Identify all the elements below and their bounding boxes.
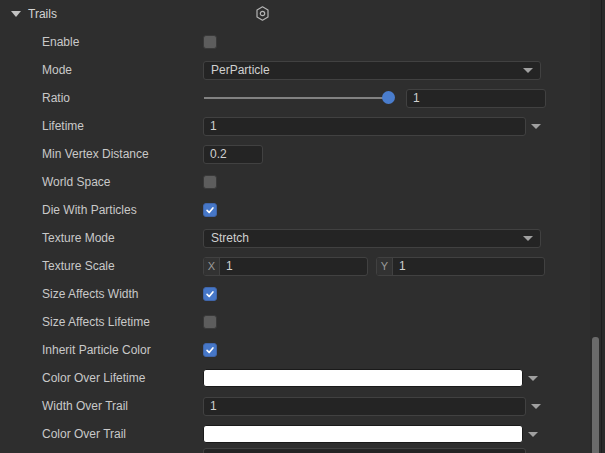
texture-scale-x-value[interactable]: 1 xyxy=(220,258,367,275)
size-affects-width-checkbox[interactable] xyxy=(203,287,217,301)
ratio-value: 1 xyxy=(413,91,420,105)
lifetime-value: 1 xyxy=(210,119,217,133)
width-over-trail-field[interactable]: 1 xyxy=(203,397,526,416)
trails-properties: Enable Mode PerParticle Ratio xyxy=(0,28,605,453)
mode-label: Mode xyxy=(0,63,203,77)
min-vertex-distance-label: Min Vertex Distance xyxy=(0,147,203,161)
row-color-over-lifetime: Color Over Lifetime xyxy=(0,364,605,392)
texture-scale-label: Texture Scale xyxy=(0,259,203,273)
row-texture-mode: Texture Mode Stretch xyxy=(0,224,605,252)
vertical-scrollbar-thumb[interactable] xyxy=(592,337,599,453)
inherit-particle-color-label: Inherit Particle Color xyxy=(0,343,203,357)
module-title[interactable]: Trails xyxy=(28,7,57,21)
next-field-partial[interactable] xyxy=(203,448,526,453)
lifetime-label: Lifetime xyxy=(0,119,203,133)
ratio-slider[interactable] xyxy=(203,84,395,112)
width-over-trail-curve-dropdown-icon[interactable] xyxy=(531,404,541,409)
texture-scale-x-field[interactable]: X 1 xyxy=(203,257,368,276)
row-world-space: World Space xyxy=(0,168,605,196)
width-over-trail-value: 1 xyxy=(210,399,217,413)
row-color-over-trail: Color Over Trail xyxy=(0,420,605,448)
trails-module-panel: Trails Enable Mode xyxy=(0,0,605,453)
lifetime-curve-dropdown-icon[interactable] xyxy=(531,124,541,129)
world-space-label: World Space xyxy=(0,175,203,189)
row-enable: Enable xyxy=(0,28,605,56)
color-over-trail-label: Color Over Trail xyxy=(0,427,203,441)
texture-mode-label: Texture Mode xyxy=(0,231,203,245)
size-affects-lifetime-label: Size Affects Lifetime xyxy=(0,315,203,329)
preset-icon xyxy=(254,5,271,22)
next-row-partial xyxy=(0,448,605,453)
row-texture-scale: Texture Scale X 1 Y 1 xyxy=(0,252,605,280)
mode-dropdown-value: PerParticle xyxy=(211,63,523,77)
size-affects-lifetime-checkbox[interactable] xyxy=(203,315,217,329)
trails-header[interactable]: Trails xyxy=(0,0,605,28)
vertical-scrollbar-track[interactable] xyxy=(590,0,601,453)
row-min-vertex-distance: Min Vertex Distance 0.2 xyxy=(0,140,605,168)
preset-button[interactable] xyxy=(254,5,271,22)
chevron-down-icon xyxy=(523,68,533,73)
width-over-trail-label: Width Over Trail xyxy=(0,399,203,413)
color-over-lifetime-gradient-swatch[interactable] xyxy=(203,369,523,387)
row-ratio: Ratio 1 xyxy=(0,84,605,112)
texture-scale-y-field[interactable]: Y 1 xyxy=(376,257,545,276)
color-over-lifetime-label: Color Over Lifetime xyxy=(0,371,203,385)
min-vertex-distance-field[interactable]: 0.2 xyxy=(203,145,263,164)
inherit-particle-color-checkbox[interactable] xyxy=(203,343,217,357)
enable-checkbox[interactable] xyxy=(203,35,217,49)
row-mode: Mode PerParticle xyxy=(0,56,605,84)
enable-label: Enable xyxy=(0,35,203,49)
foldout-triangle-icon[interactable] xyxy=(11,11,21,17)
texture-scale-y-value[interactable]: 1 xyxy=(393,258,544,275)
ratio-value-field[interactable]: 1 xyxy=(406,89,546,108)
panel-right-edge xyxy=(601,0,605,453)
die-with-particles-label: Die With Particles xyxy=(0,203,203,217)
row-die-with-particles: Die With Particles xyxy=(0,196,605,224)
row-size-affects-width: Size Affects Width xyxy=(0,280,605,308)
y-axis-prefix: Y xyxy=(377,258,393,275)
chevron-down-icon xyxy=(523,236,533,241)
die-with-particles-checkbox[interactable] xyxy=(203,203,217,217)
size-affects-width-label: Size Affects Width xyxy=(0,287,203,301)
check-icon xyxy=(205,205,215,215)
min-vertex-distance-value: 0.2 xyxy=(210,147,227,161)
color-over-lifetime-dropdown-icon[interactable] xyxy=(528,376,538,381)
row-lifetime: Lifetime 1 xyxy=(0,112,605,140)
row-inherit-particle-color: Inherit Particle Color xyxy=(0,336,605,364)
row-size-affects-lifetime: Size Affects Lifetime xyxy=(0,308,605,336)
color-over-trail-gradient-swatch[interactable] xyxy=(203,425,523,443)
check-icon xyxy=(205,289,215,299)
x-axis-prefix: X xyxy=(204,258,220,275)
texture-mode-dropdown[interactable]: Stretch xyxy=(203,229,541,248)
mode-dropdown[interactable]: PerParticle xyxy=(203,61,541,80)
row-width-over-trail: Width Over Trail 1 xyxy=(0,392,605,420)
color-over-trail-dropdown-icon[interactable] xyxy=(528,432,538,437)
ratio-slider-thumb[interactable] xyxy=(382,91,395,104)
ratio-slider-track[interactable] xyxy=(204,97,390,99)
texture-mode-dropdown-value: Stretch xyxy=(211,231,523,245)
ratio-label: Ratio xyxy=(0,91,203,105)
lifetime-field[interactable]: 1 xyxy=(203,117,526,136)
check-icon xyxy=(205,345,215,355)
world-space-checkbox[interactable] xyxy=(203,175,217,189)
